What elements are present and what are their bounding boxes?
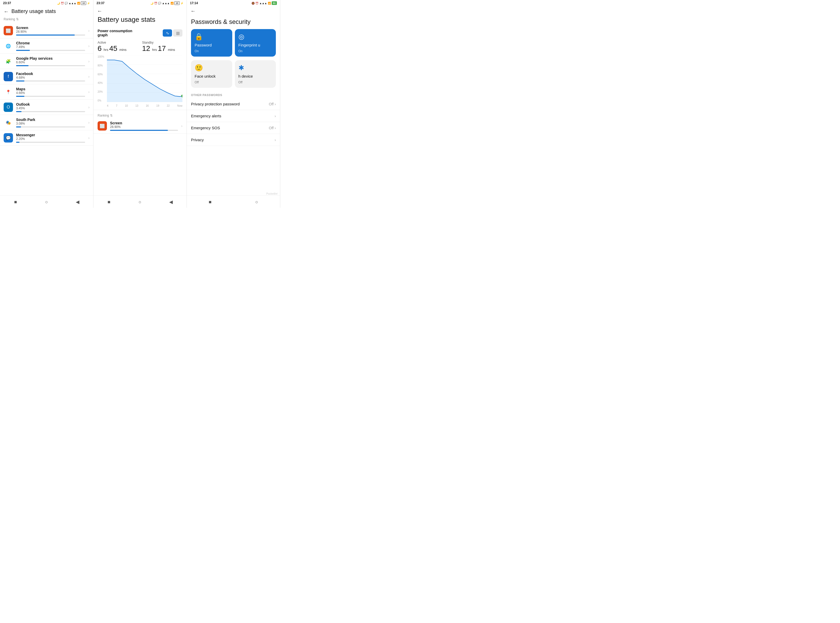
time-stats: Active 6 hrs 45 mins Standby 12 hrs 17 m…: [94, 39, 187, 55]
standby-hrs-unit: hrs: [152, 48, 158, 52]
emergency-sos-right: Off ›: [269, 126, 276, 130]
app-icon: 🎭: [4, 118, 13, 127]
app-name: Screen: [16, 26, 85, 30]
toggle-wave-btn[interactable]: ∿: [163, 29, 172, 37]
battery-graph-title: Battery usage stats: [94, 15, 187, 26]
app-icon: O: [4, 103, 13, 112]
app-name: Google Play services: [16, 56, 85, 60]
list-item[interactable]: O Outlook 3.45% ›: [0, 100, 93, 115]
active-label: Active: [98, 41, 126, 44]
app-list-p1: ⬜ Screen 28.90% › 🌐 Chrome 7.49% ›: [0, 23, 93, 195]
chevron-icon: ›: [88, 136, 89, 140]
face-unlock-card[interactable]: 🙂 Face unlock Off: [191, 60, 232, 88]
nav-square-p1[interactable]: ■: [12, 198, 19, 206]
status-bar-p1: 23:37 🌙 ⏰ 💬 ▲▲▲ 📶 10 ⚡: [0, 0, 93, 6]
bluetooth-icon: ✱: [239, 64, 273, 72]
battery-icon: 10: [81, 1, 86, 5]
privacy-protection-item[interactable]: Privacy protection password Off ›: [187, 98, 280, 110]
toggle-bar-btn[interactable]: ▦: [173, 29, 182, 37]
chat-icon-p2: 💬: [158, 2, 161, 5]
app-bar-fill: [16, 50, 30, 51]
app-name: Messenger: [16, 133, 85, 137]
list-item[interactable]: 📍 Maps 4.66% ›: [0, 84, 93, 100]
emergency-alerts-item[interactable]: Emergency alerts ›: [187, 110, 280, 122]
wifi-icon: 📶: [77, 2, 80, 5]
app-icon: f: [4, 72, 13, 81]
emergency-sos-item[interactable]: Emergency SOS Off ›: [187, 122, 280, 134]
password-card-status: On: [195, 49, 228, 53]
list-item[interactable]: 🌐 Chrome 7.49% ›: [0, 38, 93, 54]
app-bar-bg: [16, 80, 85, 81]
top-app-info-p2: Screen 28.90%: [110, 121, 178, 131]
top-app-item-p2[interactable]: ⬜ Screen 28.90% ›: [94, 118, 187, 134]
app-icon: 📍: [4, 87, 13, 97]
app-pct: 4.66%: [16, 91, 85, 95]
back-button-p2[interactable]: ←: [97, 8, 102, 14]
divider-p2: [94, 110, 187, 110]
nav-circle-p3[interactable]: ○: [253, 198, 260, 206]
app-info: Outlook 3.45%: [16, 102, 85, 112]
app-info: Messenger 2.20%: [16, 133, 85, 143]
ranking-row-p2[interactable]: Ranking ⇅: [94, 113, 187, 118]
nav-square-p2[interactable]: ■: [105, 198, 113, 206]
bluetooth-device-name: h device: [239, 74, 273, 78]
nav-circle-p2[interactable]: ○: [136, 198, 144, 206]
chevron-icon: ›: [88, 29, 89, 33]
top-app-icon-p2: ⬜: [98, 121, 107, 130]
standby-mins: 17: [158, 44, 166, 52]
active-block: Active 6 hrs 45 mins: [98, 41, 126, 53]
nav-circle-p1[interactable]: ○: [43, 198, 50, 206]
fingerprint-icon: ◎: [239, 33, 273, 41]
app-info: Screen 28.90%: [16, 26, 85, 35]
list-item[interactable]: 🎭 South Park 3.08% ›: [0, 115, 93, 130]
active-mins-unit: mins: [120, 48, 126, 52]
password-card-name: Password: [195, 43, 228, 47]
wifi-icon-p2: 📶: [170, 2, 173, 5]
list-item[interactable]: f Facebook 4.68% ›: [0, 69, 93, 84]
chevron-icon: ›: [88, 120, 89, 124]
panel-passwords-security: 17:14 🔕 ⏰ ▲▲▲ 📶 61 ← Passwords & securit…: [187, 0, 280, 208]
nav-back-p1[interactable]: ◀: [74, 198, 81, 206]
app-bar-fill: [16, 126, 21, 127]
ranking-row-p1[interactable]: Ranking ⇅: [0, 16, 93, 23]
app-pct: 7.49%: [16, 45, 85, 49]
list-item[interactable]: 🧩 Google Play services 6.60% ›: [0, 54, 93, 69]
security-cards: 🔒 Password On ◎ Fingerprint u On: [187, 29, 280, 60]
privacy-item[interactable]: Privacy ›: [187, 134, 280, 146]
page-header-p1: ← Battery usage stats: [0, 6, 93, 16]
bluetooth-device-card[interactable]: ✱ h device Off: [235, 60, 276, 88]
app-icon: ⬜: [4, 26, 13, 35]
nav-square-p3[interactable]: ■: [207, 198, 214, 206]
app-info: Google Play services 6.60%: [16, 56, 85, 66]
nav-back-p2[interactable]: ◀: [167, 198, 175, 206]
app-name: Facebook: [16, 72, 85, 76]
alarm-icon: ⏰: [61, 2, 64, 5]
status-time-p3: 17:14: [190, 1, 198, 5]
emergency-sos-label: Emergency SOS: [191, 126, 220, 130]
status-time-p1: 23:37: [3, 1, 11, 5]
panel-battery-graph: 23:37 🌙 ⏰ 💬 ▲▲▲ 📶 10 ⚡ ← Battery usage s…: [94, 0, 187, 208]
chat-icon: 💬: [64, 2, 68, 5]
privacy-chevron: ›: [274, 138, 276, 142]
password-card[interactable]: 🔒 Password On: [191, 29, 232, 57]
alarm-icon-p3: ⏰: [255, 2, 259, 5]
app-info: Facebook 4.68%: [16, 72, 85, 81]
charge-icon: ⚡: [87, 2, 90, 5]
list-item[interactable]: 💬 Messenger 2.20% ›: [0, 130, 93, 146]
bottom-nav-p3: ■ ○: [187, 195, 280, 208]
privacy-protection-label: Privacy protection password: [191, 102, 240, 106]
active-mins: 45: [109, 44, 117, 52]
back-button-p3[interactable]: ←: [190, 8, 196, 14]
standby-mins-unit: mins: [168, 48, 175, 52]
app-bar-bg: [16, 65, 85, 66]
app-name: South Park: [16, 118, 85, 122]
app-icon: 💬: [4, 133, 13, 143]
pocketlint-watermark: Pocketlint: [266, 192, 277, 195]
back-button-p1[interactable]: ←: [4, 9, 9, 14]
fingerprint-card[interactable]: ◎ Fingerprint u On: [235, 29, 276, 57]
pc-label: Power consumptiongraph: [98, 29, 132, 37]
list-item[interactable]: ⬜ Screen 28.90% ›: [0, 23, 93, 38]
power-consumption-row: Power consumptiongraph ∿ ▦: [94, 26, 187, 39]
active-hrs-unit: hrs: [104, 48, 109, 52]
toggle-btns[interactable]: ∿ ▦: [163, 29, 182, 37]
